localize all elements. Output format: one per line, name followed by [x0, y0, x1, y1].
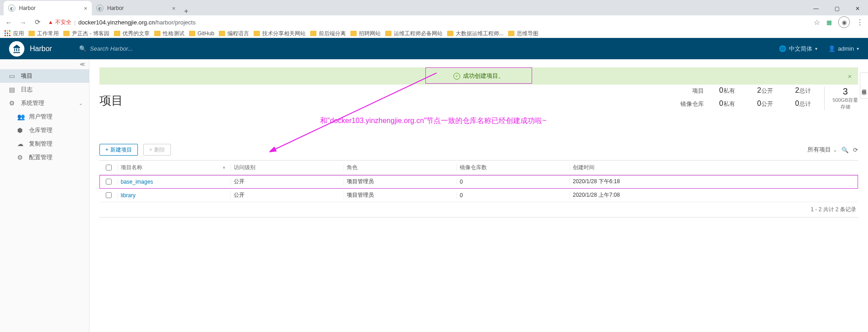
- brand-name: Harbor: [30, 45, 52, 53]
- success-banner: ✓ 成功创建项目。 ×: [99, 67, 858, 85]
- window-controls: — ▢ ✕: [806, 2, 868, 15]
- row-checkbox[interactable]: [106, 179, 112, 185]
- maximize-icon[interactable]: ▢: [826, 2, 847, 15]
- bookmark-item[interactable]: 思维导图: [508, 30, 538, 38]
- sidebar-item-projects[interactable]: ▭ 项目: [0, 69, 89, 83]
- stats-row-repos: 镜像仓库 0私有 0公开 0总计: [679, 100, 818, 108]
- close-icon[interactable]: ×: [848, 72, 852, 80]
- main-content: ✓ 成功创建项目。 × 项目 项目 0私有 2公开 2总计 镜像仓库 0私有 0…: [90, 59, 868, 332]
- sidebar-item-replication[interactable]: ☁ 复制管理: [0, 137, 89, 151]
- folder-icon: [28, 31, 35, 36]
- delete-button[interactable]: ×删除: [143, 144, 171, 156]
- bookmark-item[interactable]: GitHub: [189, 30, 214, 37]
- sidebar: ≪ ▭ 项目 ▤ 日志 ⚙ 系统管理 ⌄ 👥 用户管理 ⬢ 仓库管理 ☁ 复制管…: [0, 59, 90, 332]
- stats-row-projects: 项目 0私有 2公开 2总计: [679, 86, 818, 95]
- event-log-tab[interactable]: 事件日志: [860, 72, 868, 99]
- registry-icon: ⬢: [17, 127, 24, 134]
- url-bar[interactable]: ▲ 不安全 | docker104.yinzhengjie.org.cn/har…: [48, 19, 196, 26]
- back-icon[interactable]: ←: [5, 19, 13, 26]
- url-host: docker104.yinzhengjie.org.cn: [78, 19, 155, 26]
- project-link[interactable]: base_images: [121, 179, 153, 185]
- apps-button[interactable]: 应用: [5, 30, 24, 38]
- cell-repo: 0: [457, 192, 570, 199]
- search-icon[interactable]: 🔍: [841, 147, 849, 153]
- bookmark-item[interactable]: 大数据运维工程师...: [447, 30, 504, 38]
- bookmarks-bar: 应用 工作常用 尹正杰 - 博客园 优秀的文章 性格测试 GitHub 编程语言…: [0, 29, 868, 38]
- stats-panel: 项目 0私有 2公开 2总计 镜像仓库 0私有 0公开 0总计 3 500GB容…: [679, 86, 858, 110]
- new-project-button[interactable]: +新建项目: [99, 144, 138, 156]
- stat-label: 镜像仓库: [679, 100, 704, 108]
- chevron-down-icon: ⌄: [833, 147, 837, 152]
- minimize-icon[interactable]: —: [806, 2, 826, 15]
- tab-title: Harbor: [107, 5, 124, 11]
- insecure-badge[interactable]: ▲ 不安全: [48, 19, 71, 26]
- sidebar-label: 系统管理: [21, 99, 44, 107]
- bookmark-item[interactable]: 尹正杰 - 博客园: [63, 30, 109, 38]
- bookmark-item[interactable]: 性格测试: [154, 30, 184, 38]
- browser-tab[interactable]: ◐ Harbor ×: [92, 1, 180, 15]
- close-icon[interactable]: ×: [172, 5, 175, 12]
- col-repo[interactable]: 镜像仓库数: [457, 164, 570, 171]
- bookmark-item[interactable]: 编程语言: [219, 30, 249, 38]
- sidebar-item-config[interactable]: ⚙ 配置管理: [0, 151, 89, 164]
- sidebar-label: 日志: [21, 85, 33, 94]
- row-checkbox[interactable]: [106, 192, 112, 198]
- forward-icon[interactable]: →: [19, 19, 27, 26]
- replication-icon: ☁: [17, 140, 24, 147]
- storage-capacity: 500GB容量: [833, 97, 858, 104]
- table-footer: 1 - 2 共计 2 条记录: [99, 202, 858, 218]
- tab-strip: ◐ Harbor × ◐ Harbor × + — ▢ ✕: [0, 0, 868, 15]
- address-bar-row: ← → ⟳ ▲ 不安全 | docker104.yinzhengjie.org.…: [0, 15, 868, 29]
- project-link[interactable]: library: [121, 192, 136, 199]
- filter-label: 所有项目: [807, 146, 831, 154]
- profile-icon[interactable]: ◉: [838, 16, 850, 28]
- sidebar-item-users[interactable]: 👥 用户管理: [0, 110, 89, 123]
- sidebar-item-admin[interactable]: ⚙ 系统管理 ⌄: [0, 96, 89, 110]
- language-selector[interactable]: 🌐 中文简体 ▾: [779, 45, 817, 53]
- projects-table: 项目名称▼ 访问级别 角色 镜像仓库数 创建时间 base_images 公开 …: [99, 160, 858, 218]
- collapse-sidebar-icon[interactable]: ≪: [80, 61, 85, 67]
- table-row[interactable]: base_images 公开 项目管理员 0 2020/1/28 下午6:18: [99, 175, 858, 189]
- col-name[interactable]: 项目名称▼: [118, 164, 231, 171]
- close-icon[interactable]: ×: [84, 5, 87, 12]
- folder-icon: [310, 31, 316, 36]
- table-row[interactable]: library 公开 项目管理员 0 2020/1/28 上午7:08: [99, 189, 858, 202]
- col-time[interactable]: 创建时间: [570, 164, 858, 171]
- chevron-down-icon: ⌄: [79, 100, 83, 106]
- user-menu[interactable]: 👤 admin ▾: [828, 45, 859, 52]
- annotation-text: 和"docker103.yinzhengjie.org.cn"节点一致的仓库名称…: [320, 116, 547, 126]
- bookmark-item[interactable]: 技术分享相关网站: [254, 30, 306, 38]
- bookmark-item[interactable]: 工作常用: [28, 30, 59, 38]
- select-all-checkbox[interactable]: [106, 165, 112, 171]
- annotation-arrow: [269, 73, 450, 154]
- bookmark-item[interactable]: 前后端分离: [310, 30, 346, 38]
- sidebar-item-registries[interactable]: ⬢ 仓库管理: [0, 123, 89, 137]
- insecure-label: 不安全: [55, 19, 71, 26]
- storage-count: 3: [833, 86, 858, 97]
- project-filter[interactable]: 所有项目 ⌄: [807, 146, 837, 154]
- search-input[interactable]: [90, 45, 226, 52]
- col-role[interactable]: 角色: [344, 164, 457, 171]
- favicon-icon: ◐: [8, 5, 15, 12]
- star-icon[interactable]: ☆: [814, 18, 820, 27]
- browser-tab-active[interactable]: ◐ Harbor ×: [4, 1, 92, 15]
- bookmark-item[interactable]: 优秀的文章: [114, 30, 150, 38]
- extension-icon[interactable]: ▦: [826, 19, 832, 26]
- bookmark-item[interactable]: 招聘网站: [350, 30, 381, 38]
- close-window-icon[interactable]: ✕: [847, 2, 868, 15]
- col-access[interactable]: 访问级别: [231, 164, 344, 171]
- sidebar-label: 用户管理: [29, 113, 52, 121]
- globe-icon: 🌐: [779, 45, 786, 52]
- sidebar-item-logs[interactable]: ▤ 日志: [0, 83, 89, 96]
- storage-stat: 3 500GB容量 存储: [824, 86, 858, 110]
- refresh-icon[interactable]: ⟳: [853, 147, 858, 153]
- sidebar-label: 项目: [21, 72, 33, 80]
- folder-icon: [350, 31, 357, 36]
- x-icon: ×: [149, 147, 152, 153]
- reload-icon[interactable]: ⟳: [33, 18, 42, 26]
- url-path: /harbor/projects: [155, 19, 195, 26]
- menu-icon[interactable]: ⋮: [856, 18, 863, 27]
- bookmark-item[interactable]: 运维工程师必备网站: [385, 30, 443, 38]
- folder-icon: [63, 31, 70, 36]
- new-tab-button[interactable]: +: [180, 7, 193, 15]
